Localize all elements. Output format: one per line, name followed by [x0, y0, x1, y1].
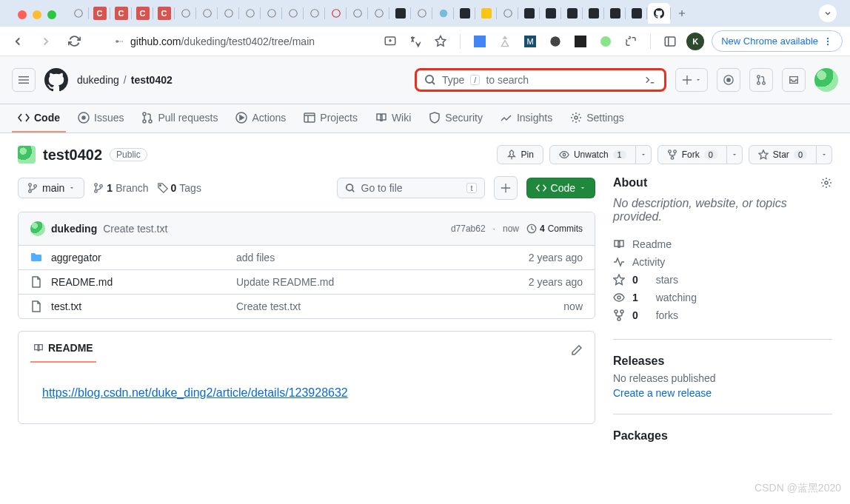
- forward-button[interactable]: [36, 31, 56, 52]
- hamburger-button[interactable]: [12, 68, 36, 92]
- commit-message[interactable]: Create test.txt: [103, 223, 167, 235]
- ext-4-icon[interactable]: [546, 33, 564, 50]
- commits-link[interactable]: 4 Commits: [526, 224, 583, 234]
- goto-file-input[interactable]: Go to filet: [337, 178, 485, 198]
- tab-projects[interactable]: Projects: [298, 104, 364, 132]
- tab-17[interactable]: [412, 3, 432, 24]
- file-row[interactable]: README.mdUpdate README.md2 years ago: [19, 270, 595, 295]
- fork-dropdown[interactable]: [727, 145, 743, 164]
- readme-link[interactable]: Readme: [613, 235, 832, 253]
- back-button[interactable]: [7, 31, 28, 52]
- tab-14[interactable]: [347, 3, 367, 24]
- new-tab-button[interactable]: [672, 8, 692, 19]
- create-release-link[interactable]: Create a new release: [613, 387, 832, 399]
- readme-tab[interactable]: README: [30, 337, 96, 363]
- issues-button[interactable]: [717, 68, 740, 92]
- ext-2-icon[interactable]: [496, 33, 514, 50]
- tab-12[interactable]: [304, 3, 324, 24]
- extensions-icon[interactable]: [622, 33, 640, 50]
- tabs-dropdown[interactable]: [819, 4, 837, 22]
- commit-author[interactable]: dukeding: [51, 223, 97, 235]
- tab-9[interactable]: [240, 3, 260, 24]
- star-button[interactable]: Star0: [749, 145, 817, 164]
- watch-dropdown[interactable]: [636, 145, 652, 164]
- tab-4[interactable]: C: [133, 3, 153, 24]
- url-box[interactable]: github.com/dukeding/test0402/tree/main: [114, 36, 315, 47]
- tab-21[interactable]: [498, 3, 518, 24]
- fork-button[interactable]: Fork0: [657, 145, 727, 164]
- unwatch-button[interactable]: Unwatch1: [549, 145, 636, 164]
- tab-code[interactable]: Code: [12, 104, 66, 132]
- maximize-window-icon[interactable]: [47, 10, 56, 19]
- tab-27[interactable]: [626, 3, 646, 24]
- tab-actions[interactable]: Actions: [230, 104, 292, 132]
- close-window-icon[interactable]: [18, 10, 27, 19]
- tab-16[interactable]: [390, 3, 410, 24]
- stars-link[interactable]: 0 stars: [613, 271, 832, 289]
- file-name[interactable]: aggregator: [51, 252, 236, 263]
- tab-3[interactable]: C: [111, 3, 131, 24]
- ext-3-icon[interactable]: M: [521, 33, 539, 50]
- tab-7[interactable]: [197, 3, 217, 24]
- install-icon[interactable]: [381, 33, 399, 50]
- tab-settings[interactable]: Settings: [564, 104, 630, 132]
- tab-pulls[interactable]: Pull requests: [135, 104, 224, 132]
- tab-wiki[interactable]: Wiki: [369, 104, 417, 132]
- branch-dropdown[interactable]: main: [18, 178, 84, 198]
- ext-6-icon[interactable]: [597, 33, 615, 50]
- tab-6[interactable]: [175, 3, 195, 24]
- tab-20[interactable]: [476, 3, 496, 24]
- tab-24[interactable]: [562, 3, 582, 24]
- file-commit-msg[interactable]: add files: [236, 252, 529, 263]
- code-dropdown-button[interactable]: Code: [526, 178, 595, 198]
- tab-18[interactable]: [433, 3, 453, 24]
- tab-active[interactable]: [648, 3, 670, 24]
- tab-26[interactable]: [605, 3, 625, 24]
- file-row[interactable]: test.txtCreate test.txtnow: [19, 295, 595, 318]
- file-commit-msg[interactable]: Update README.md: [236, 276, 529, 288]
- inbox-button[interactable]: [782, 68, 806, 92]
- profile-avatar[interactable]: K: [686, 33, 704, 50]
- tab-25[interactable]: [583, 3, 603, 24]
- about-settings-button[interactable]: [820, 177, 832, 189]
- file-name[interactable]: README.md: [51, 276, 236, 288]
- tab-15[interactable]: [369, 3, 389, 24]
- file-commit-msg[interactable]: Create test.txt: [236, 300, 563, 312]
- file-row[interactable]: aggregatoradd files2 years ago: [19, 246, 595, 270]
- activity-link[interactable]: Activity: [613, 253, 832, 271]
- tab-10[interactable]: [261, 3, 281, 24]
- ext-5-icon[interactable]: [572, 33, 589, 50]
- commit-sha[interactable]: d77ab62: [451, 224, 486, 234]
- tab-22[interactable]: [519, 3, 539, 24]
- github-logo-icon[interactable]: [44, 68, 68, 92]
- commit-avatar[interactable]: [30, 221, 45, 236]
- pulls-button[interactable]: [749, 68, 773, 92]
- tab-23[interactable]: [541, 3, 560, 24]
- pin-button[interactable]: Pin: [497, 145, 543, 164]
- forks-link[interactable]: 0 forks: [613, 306, 832, 324]
- file-name[interactable]: test.txt: [51, 300, 236, 312]
- tab-1[interactable]: [68, 3, 88, 24]
- edit-readme-button[interactable]: [571, 344, 583, 356]
- watching-link[interactable]: 1 watching: [613, 289, 832, 306]
- tab-5[interactable]: C: [154, 3, 174, 24]
- breadcrumb-owner[interactable]: dukeding: [77, 74, 119, 86]
- tab-19[interactable]: [455, 3, 475, 24]
- command-palette-icon[interactable]: [643, 73, 657, 87]
- add-file-button[interactable]: [494, 176, 518, 200]
- update-button[interactable]: New Chrome available: [712, 30, 843, 52]
- tab-11[interactable]: [283, 3, 303, 24]
- tab-issues[interactable]: Issues: [72, 104, 130, 132]
- user-avatar[interactable]: [814, 68, 838, 92]
- breadcrumb-repo[interactable]: test0402: [131, 74, 173, 86]
- branches-link[interactable]: 1Branch: [93, 182, 148, 194]
- reload-button[interactable]: [64, 31, 84, 52]
- tab-13[interactable]: [326, 3, 346, 24]
- tags-link[interactable]: 0Tags: [158, 182, 201, 194]
- search-input[interactable]: Type / to search: [415, 68, 666, 92]
- star-dropdown[interactable]: [817, 145, 832, 164]
- ext-1-icon[interactable]: [471, 33, 489, 50]
- site-info-icon[interactable]: [114, 36, 124, 47]
- tab-2[interactable]: C: [90, 3, 110, 24]
- tab-security[interactable]: Security: [423, 104, 489, 132]
